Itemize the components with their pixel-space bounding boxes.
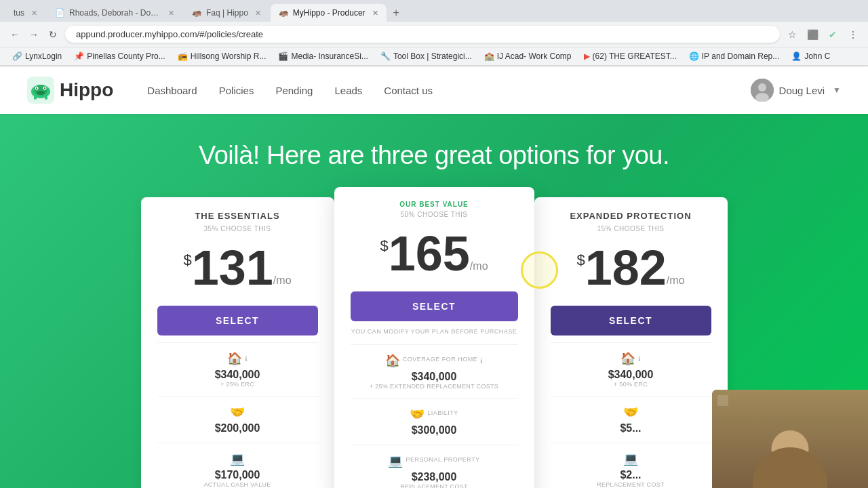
best-value-select-button[interactable]: SELECT — [351, 291, 518, 321]
bookmark-star-icon[interactable]: ☆ — [785, 28, 799, 41]
logo[interactable]: Hippo — [27, 77, 113, 104]
tab-4-close[interactable]: ✕ — [372, 9, 378, 18]
expanded-select-button[interactable]: SELECT — [551, 306, 711, 336]
best-value-home-sub: + 25% EXTENDED REPLACEMENT COSTS — [370, 383, 498, 390]
home-icon: 🏠 — [227, 351, 242, 366]
best-value-property-value: $238,000 — [412, 471, 457, 483]
expanded-liability: 🤝 $5... — [551, 396, 711, 443]
tab-1[interactable]: tus ✕ — [5, 4, 45, 22]
tab-3[interactable]: 🦛 Faq | Hippo ✕ — [184, 4, 269, 22]
tab-2-title: Rhoads, Deborah - Documents — [69, 8, 161, 18]
home-icon-3: 🏠 — [620, 351, 635, 366]
essentials-liability-value: $200,000 — [215, 422, 260, 434]
address-bar: ← → ↻ ☆ ⬛ ✔ ⋮ — [0, 22, 868, 47]
new-tab-button[interactable]: + — [388, 4, 405, 22]
tab-4[interactable]: 🦛 MyHippo - Producer ✕ — [271, 4, 387, 22]
expanded-home-value: $340,000 — [608, 369, 654, 381]
tab-1-title: tus — [14, 8, 24, 18]
tab-4-title: MyHippo - Producer — [293, 8, 366, 18]
liability-icon-2: 🤝 — [410, 407, 425, 422]
security-icon[interactable]: ✔ — [826, 28, 840, 41]
best-value-price: $ 165 /mo — [351, 229, 518, 278]
bookmark-youtube[interactable]: ▶ (62) THE GREATEST... — [580, 50, 681, 62]
bookmark-ip[interactable]: 🌐 IP and Domain Rep... — [685, 50, 784, 62]
tab-1-close[interactable]: ✕ — [31, 9, 37, 18]
essentials-personal-property: 💻 $170,000 ACTUAL CASH VALUE — [157, 443, 318, 488]
best-value-home-value: $340,000 — [412, 371, 457, 383]
essentials-select-button[interactable]: SELECT — [157, 306, 318, 336]
property-icon: 💻 — [230, 451, 245, 466]
best-value-liability: 🤝 LIABILITY $300,000 — [351, 398, 518, 445]
bookmark-hillsong[interactable]: 📻 Hillsong Worship R... — [174, 50, 271, 62]
nav-dashboard[interactable]: Dashboard — [147, 85, 197, 96]
nav-policies[interactable]: Policies — [219, 85, 254, 96]
coverage-home-label: COVERAGE FOR HOME — [403, 356, 478, 363]
essentials-choose: 35% CHOOSE THIS — [157, 225, 318, 232]
settings-icon[interactable]: ⋮ — [846, 28, 860, 41]
nav-pending[interactable]: Pending — [275, 85, 313, 96]
plan-expanded: EXPANDED PROTECTION 15% CHOOSE THIS $ 18… — [534, 197, 728, 488]
bookmark-media[interactable]: 🎬 Media- InsuranceSi... — [274, 50, 372, 62]
bookmark-pinellas[interactable]: 📌 Pinellas County Pro... — [70, 50, 169, 62]
youtube-label: (62) THE GREATEST... — [593, 52, 677, 61]
expanded-property-sub: REPLACEMENT COST — [597, 481, 665, 488]
svg-point-7 — [37, 91, 45, 95]
video-decoration — [717, 395, 728, 406]
essentials-mo: /mo — [273, 274, 292, 287]
forward-button[interactable]: → — [27, 28, 41, 41]
expanded-coverage-home: 🏠 ℹ $340,000 + 50% ERC — [551, 342, 711, 396]
media-icon: 🎬 — [278, 52, 288, 61]
extensions-icon[interactable]: ⬛ — [806, 28, 819, 41]
youtube-icon: ▶ — [584, 52, 590, 61]
personal-property-label: PERSONAL PROPERTY — [406, 456, 479, 463]
essentials-property-sub: ACTUAL CASH VALUE — [203, 481, 271, 488]
plan-best-value: OUR BEST VALUE 50% CHOOSE THIS $ 165 /mo… — [334, 187, 534, 488]
best-value-amount: 165 — [389, 229, 470, 278]
liability-icon: 🤝 — [230, 405, 245, 420]
tab-2-close[interactable]: ✕ — [168, 9, 174, 18]
address-input[interactable] — [65, 26, 780, 43]
bookmark-toolbox[interactable]: 🔧 Tool Box | Strategici... — [376, 50, 476, 62]
hero-title: Voilà! Here are three great options for … — [14, 141, 854, 170]
user-name-label: Doug Levi — [779, 85, 825, 96]
tabs-bar: tus ✕ 📄 Rhoads, Deborah - Documents ✕ 🦛 … — [0, 0, 868, 22]
info-icon-3[interactable]: ℹ — [638, 355, 641, 363]
reload-button[interactable]: ↻ — [46, 28, 60, 41]
expanded-choose: 15% CHOOSE THIS — [551, 225, 711, 232]
expanded-mo: /mo — [667, 274, 685, 287]
property-icon-2: 💻 — [388, 453, 403, 468]
nav-contact[interactable]: Contact us — [384, 85, 433, 96]
expanded-home-sub: + 50% ERC — [614, 381, 648, 388]
hippo-logo-icon — [27, 77, 54, 104]
best-value-coverage-home: 🏠 COVERAGE FOR HOME ℹ $340,000 + 25% EXT… — [351, 344, 518, 398]
best-value-mo: /mo — [470, 260, 488, 272]
expanded-personal-property: 💻 $2... REPLACEMENT COST — [551, 443, 711, 488]
user-menu[interactable]: Doug Levi ▼ — [751, 79, 841, 102]
info-icon-1[interactable]: ℹ — [245, 355, 248, 363]
info-icon-2[interactable]: ℹ — [480, 357, 483, 365]
svg-rect-9 — [45, 96, 47, 100]
essentials-coverage-home: 🏠 ℹ $340,000 + 25% ERC — [157, 342, 318, 396]
bookmark-ij[interactable]: 🏫 IJ Acad- Work Comp — [480, 50, 576, 62]
ij-label: IJ Acad- Work Comp — [497, 52, 572, 61]
svg-rect-8 — [34, 96, 37, 100]
tab-2[interactable]: 📄 Rhoads, Deborah - Documents ✕ — [47, 4, 182, 22]
bookmark-lynx[interactable]: 🔗 LynxLogin — [8, 50, 66, 62]
essentials-dollar: $ — [183, 251, 191, 269]
best-value-property-sub: REPLACEMENT COST — [400, 483, 468, 488]
lynx-label: LynxLogin — [25, 52, 62, 61]
video-person — [712, 390, 868, 488]
best-value-liability-value: $300,000 — [412, 424, 457, 436]
liability-label: LIABILITY — [427, 409, 458, 416]
ip-label: IP and Domain Rep... — [702, 52, 780, 61]
tab-3-close[interactable]: ✕ — [255, 9, 261, 18]
pinellas-label: Pinellas County Pro... — [87, 52, 165, 61]
nav-leads[interactable]: Leads — [334, 85, 362, 96]
nav-links: Dashboard Policies Pending Leads Contact… — [147, 85, 750, 96]
back-button[interactable]: ← — [8, 28, 22, 41]
best-value-dollar: $ — [380, 237, 388, 255]
browser-chrome: tus ✕ 📄 Rhoads, Deborah - Documents ✕ 🦛 … — [0, 0, 868, 66]
bookmark-john[interactable]: 👤 John C — [787, 50, 834, 62]
media-label: Media- InsuranceSi... — [291, 52, 368, 61]
hillsong-icon: 📻 — [178, 52, 188, 61]
